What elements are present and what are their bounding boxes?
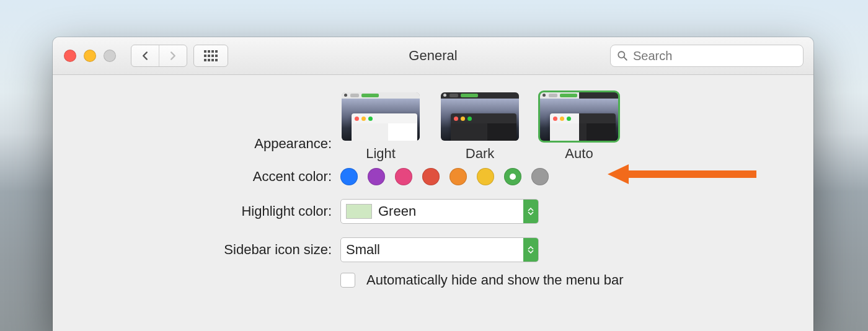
content-area: Appearance: Light Dark [53,75,813,288]
appearance-option-dark-label: Dark [466,146,494,162]
select-stepper-icon [523,238,538,262]
nav-buttons [131,45,187,67]
minimize-window-button[interactable] [84,50,96,62]
svg-rect-5 [208,55,210,57]
preferences-window: General Appearance: Light [53,37,813,331]
forward-button[interactable] [159,45,187,66]
window-toolbar: General [53,37,813,75]
highlight-row: Highlight color: Green [53,199,813,224]
search-icon [617,50,628,61]
search-input[interactable] [632,48,797,64]
svg-rect-0 [204,50,206,53]
highlight-label: Highlight color: [53,203,340,219]
grid-icon [204,50,218,61]
appearance-row: Appearance: Light Dark [53,92,813,162]
appearance-option-auto[interactable]: Auto [539,92,619,162]
menubar-hide-label: Automatically hide and show the menu bar [366,272,624,288]
appearance-thumb-dark [441,92,519,141]
appearance-option-auto-label: Auto [565,146,593,162]
accent-graphite[interactable] [531,168,549,185]
accent-red[interactable] [422,168,440,185]
svg-rect-7 [215,55,218,57]
svg-rect-6 [211,55,214,57]
search-field[interactable] [610,45,804,67]
show-all-button[interactable] [193,45,228,67]
accent-label: Accent color: [53,169,340,185]
sidebar-icon-row: Sidebar icon size: Small [53,237,813,262]
svg-rect-3 [215,50,218,53]
highlight-select[interactable]: Green [340,199,539,224]
chevron-right-icon [169,51,177,60]
appearance-thumb-auto [540,92,618,141]
svg-rect-10 [211,59,214,61]
menubar-hide-checkbox[interactable] [340,273,355,288]
accent-purple[interactable] [368,168,385,185]
sidebar-icon-select[interactable]: Small [340,237,539,262]
appearance-option-light[interactable]: Light [340,92,421,162]
svg-rect-2 [211,50,214,53]
svg-line-13 [624,57,626,60]
zoom-window-button [104,50,116,62]
select-stepper-icon [523,200,538,223]
appearance-option-dark[interactable]: Dark [440,92,520,162]
highlight-swatch [346,204,372,219]
appearance-option-light-label: Light [366,146,396,162]
accent-pink[interactable] [395,168,412,185]
svg-rect-9 [208,59,210,61]
appearance-label: Appearance: [53,136,340,152]
appearance-thumb-light [342,92,420,141]
accent-orange[interactable] [450,168,467,185]
accent-colors [340,168,549,185]
menubar-hide-row: Automatically hide and show the menu bar [53,272,813,288]
window-controls [64,50,116,62]
svg-rect-1 [208,50,210,53]
svg-rect-8 [204,59,206,61]
svg-rect-4 [204,55,206,57]
svg-rect-11 [215,59,218,61]
sidebar-icon-value: Small [346,242,380,258]
accent-blue[interactable] [340,168,358,185]
chevron-left-icon [141,51,149,60]
accent-green[interactable] [504,168,521,185]
close-window-button[interactable] [64,50,76,62]
sidebar-icon-label: Sidebar icon size: [53,242,340,258]
annotation-arrow [608,162,756,187]
svg-marker-14 [608,164,756,184]
highlight-value: Green [378,203,416,219]
back-button[interactable] [131,45,159,66]
appearance-options: Light Dark [340,92,619,162]
accent-yellow[interactable] [477,168,494,185]
